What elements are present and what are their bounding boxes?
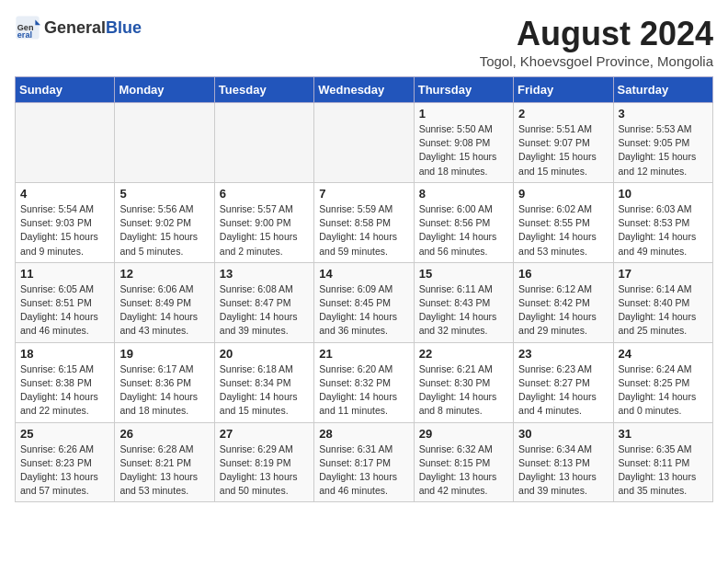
day-number: 22 xyxy=(419,347,508,361)
cell-daylight-info: Sunrise: 5:51 AM Sunset: 9:07 PM Dayligh… xyxy=(518,122,608,178)
calendar-week-row: 18Sunrise: 6:15 AM Sunset: 8:38 PM Dayli… xyxy=(16,342,713,422)
page-header: Gen eral GeneralBlue August 2024 Togol, … xyxy=(15,15,713,69)
month-year-title: August 2024 xyxy=(480,15,713,53)
day-number: 9 xyxy=(518,187,608,201)
day-number: 21 xyxy=(319,347,408,361)
calendar-table: SundayMondayTuesdayWednesdayThursdayFrid… xyxy=(15,76,713,502)
cell-daylight-info: Sunrise: 6:00 AM Sunset: 8:56 PM Dayligh… xyxy=(419,202,508,259)
weekday-header-wednesday: Wednesday xyxy=(314,77,414,103)
cell-daylight-info: Sunrise: 6:34 AM Sunset: 8:13 PM Dayligh… xyxy=(518,442,608,499)
calendar-week-row: 4Sunrise: 5:54 AM Sunset: 9:03 PM Daylig… xyxy=(16,182,713,262)
location-subtitle: Togol, Khoevsgoel Province, Mongolia xyxy=(480,53,713,69)
day-number: 27 xyxy=(220,427,309,441)
day-number: 6 xyxy=(220,187,309,201)
cell-daylight-info: Sunrise: 6:06 AM Sunset: 8:49 PM Dayligh… xyxy=(119,282,209,339)
cell-daylight-info: Sunrise: 5:54 AM Sunset: 9:03 PM Dayligh… xyxy=(20,202,109,259)
cell-daylight-info: Sunrise: 6:23 AM Sunset: 8:27 PM Dayligh… xyxy=(518,362,608,419)
calendar-cell xyxy=(115,103,214,183)
weekday-header-thursday: Thursday xyxy=(414,77,513,103)
calendar-body: 1Sunrise: 5:50 AM Sunset: 9:08 PM Daylig… xyxy=(16,103,713,502)
cell-daylight-info: Sunrise: 6:14 AM Sunset: 8:40 PM Dayligh… xyxy=(619,282,708,339)
weekday-header-saturday: Saturday xyxy=(613,77,712,103)
day-number: 7 xyxy=(319,187,408,201)
cell-daylight-info: Sunrise: 5:53 AM Sunset: 9:05 PM Dayligh… xyxy=(619,122,708,178)
day-number: 20 xyxy=(220,347,309,361)
calendar-cell: 5Sunrise: 5:56 AM Sunset: 9:02 PM Daylig… xyxy=(115,182,214,262)
day-number: 29 xyxy=(419,427,508,441)
cell-daylight-info: Sunrise: 6:08 AM Sunset: 8:47 PM Dayligh… xyxy=(220,282,309,339)
day-number: 16 xyxy=(518,267,608,281)
day-number: 18 xyxy=(20,347,109,361)
calendar-cell: 10Sunrise: 6:03 AM Sunset: 8:53 PM Dayli… xyxy=(613,182,712,262)
calendar-cell: 12Sunrise: 6:06 AM Sunset: 8:49 PM Dayli… xyxy=(115,262,214,342)
cell-daylight-info: Sunrise: 6:24 AM Sunset: 8:25 PM Dayligh… xyxy=(619,362,708,419)
cell-daylight-info: Sunrise: 6:21 AM Sunset: 8:30 PM Dayligh… xyxy=(419,362,508,419)
weekday-header-tuesday: Tuesday xyxy=(214,77,313,103)
cell-daylight-info: Sunrise: 6:02 AM Sunset: 8:55 PM Dayligh… xyxy=(518,202,608,259)
calendar-cell: 26Sunrise: 6:28 AM Sunset: 8:21 PM Dayli… xyxy=(115,422,214,502)
day-number: 19 xyxy=(119,347,209,361)
calendar-cell: 16Sunrise: 6:12 AM Sunset: 8:42 PM Dayli… xyxy=(514,262,613,342)
calendar-cell: 3Sunrise: 5:53 AM Sunset: 9:05 PM Daylig… xyxy=(613,103,712,183)
calendar-cell: 24Sunrise: 6:24 AM Sunset: 8:25 PM Dayli… xyxy=(613,342,712,422)
svg-text:eral: eral xyxy=(17,30,32,40)
cell-daylight-info: Sunrise: 6:32 AM Sunset: 8:15 PM Dayligh… xyxy=(419,442,508,499)
day-number: 10 xyxy=(619,187,708,201)
cell-daylight-info: Sunrise: 6:20 AM Sunset: 8:32 PM Dayligh… xyxy=(319,362,408,419)
calendar-cell: 30Sunrise: 6:34 AM Sunset: 8:13 PM Dayli… xyxy=(514,422,613,502)
calendar-cell: 28Sunrise: 6:31 AM Sunset: 8:17 PM Dayli… xyxy=(314,422,414,502)
calendar-cell: 15Sunrise: 6:11 AM Sunset: 8:43 PM Dayli… xyxy=(414,262,513,342)
calendar-header-row: SundayMondayTuesdayWednesdayThursdayFrid… xyxy=(16,77,713,103)
title-block: August 2024 Togol, Khoevsgoel Province, … xyxy=(480,15,713,69)
calendar-cell: 13Sunrise: 6:08 AM Sunset: 8:47 PM Dayli… xyxy=(214,262,313,342)
day-number: 14 xyxy=(319,267,408,281)
cell-daylight-info: Sunrise: 6:28 AM Sunset: 8:21 PM Dayligh… xyxy=(119,442,209,499)
day-number: 2 xyxy=(518,107,608,121)
weekday-header-monday: Monday xyxy=(115,77,214,103)
day-number: 25 xyxy=(20,427,109,441)
day-number: 13 xyxy=(220,267,309,281)
cell-daylight-info: Sunrise: 6:26 AM Sunset: 8:23 PM Dayligh… xyxy=(20,442,109,499)
calendar-cell: 7Sunrise: 5:59 AM Sunset: 8:58 PM Daylig… xyxy=(314,182,414,262)
day-number: 12 xyxy=(119,267,209,281)
calendar-week-row: 25Sunrise: 6:26 AM Sunset: 8:23 PM Dayli… xyxy=(16,422,713,502)
calendar-cell: 14Sunrise: 6:09 AM Sunset: 8:45 PM Dayli… xyxy=(314,262,414,342)
calendar-cell: 20Sunrise: 6:18 AM Sunset: 8:34 PM Dayli… xyxy=(214,342,313,422)
cell-daylight-info: Sunrise: 6:03 AM Sunset: 8:53 PM Dayligh… xyxy=(619,202,708,259)
calendar-cell: 22Sunrise: 6:21 AM Sunset: 8:30 PM Dayli… xyxy=(414,342,513,422)
day-number: 1 xyxy=(419,107,508,121)
logo-icon: Gen eral xyxy=(15,15,40,40)
cell-daylight-info: Sunrise: 5:56 AM Sunset: 9:02 PM Dayligh… xyxy=(119,202,209,259)
calendar-cell: 31Sunrise: 6:35 AM Sunset: 8:11 PM Dayli… xyxy=(613,422,712,502)
cell-daylight-info: Sunrise: 6:15 AM Sunset: 8:38 PM Dayligh… xyxy=(20,362,109,419)
calendar-cell xyxy=(214,103,313,183)
cell-daylight-info: Sunrise: 5:50 AM Sunset: 9:08 PM Dayligh… xyxy=(419,122,508,178)
day-number: 30 xyxy=(518,427,608,441)
day-number: 5 xyxy=(119,187,209,201)
cell-daylight-info: Sunrise: 6:12 AM Sunset: 8:42 PM Dayligh… xyxy=(518,282,608,339)
calendar-week-row: 11Sunrise: 6:05 AM Sunset: 8:51 PM Dayli… xyxy=(16,262,713,342)
calendar-cell: 1Sunrise: 5:50 AM Sunset: 9:08 PM Daylig… xyxy=(414,103,513,183)
calendar-cell: 23Sunrise: 6:23 AM Sunset: 8:27 PM Dayli… xyxy=(514,342,613,422)
cell-daylight-info: Sunrise: 6:17 AM Sunset: 8:36 PM Dayligh… xyxy=(119,362,209,419)
day-number: 4 xyxy=(20,187,109,201)
cell-daylight-info: Sunrise: 5:59 AM Sunset: 8:58 PM Dayligh… xyxy=(319,202,408,259)
calendar-cell: 2Sunrise: 5:51 AM Sunset: 9:07 PM Daylig… xyxy=(514,103,613,183)
cell-daylight-info: Sunrise: 6:11 AM Sunset: 8:43 PM Dayligh… xyxy=(419,282,508,339)
day-number: 8 xyxy=(419,187,508,201)
logo-general-text: General xyxy=(44,18,106,37)
day-number: 11 xyxy=(20,267,109,281)
cell-daylight-info: Sunrise: 5:57 AM Sunset: 9:00 PM Dayligh… xyxy=(220,202,309,259)
weekday-header-sunday: Sunday xyxy=(16,77,115,103)
cell-daylight-info: Sunrise: 6:31 AM Sunset: 8:17 PM Dayligh… xyxy=(319,442,408,499)
calendar-cell xyxy=(16,103,115,183)
calendar-cell: 6Sunrise: 5:57 AM Sunset: 9:00 PM Daylig… xyxy=(214,182,313,262)
day-number: 17 xyxy=(619,267,708,281)
cell-daylight-info: Sunrise: 6:05 AM Sunset: 8:51 PM Dayligh… xyxy=(20,282,109,339)
day-number: 15 xyxy=(419,267,508,281)
calendar-week-row: 1Sunrise: 5:50 AM Sunset: 9:08 PM Daylig… xyxy=(16,103,713,183)
calendar-cell: 8Sunrise: 6:00 AM Sunset: 8:56 PM Daylig… xyxy=(414,182,513,262)
calendar-cell: 18Sunrise: 6:15 AM Sunset: 8:38 PM Dayli… xyxy=(16,342,115,422)
logo-blue-text: Blue xyxy=(106,18,142,37)
calendar-cell: 27Sunrise: 6:29 AM Sunset: 8:19 PM Dayli… xyxy=(214,422,313,502)
